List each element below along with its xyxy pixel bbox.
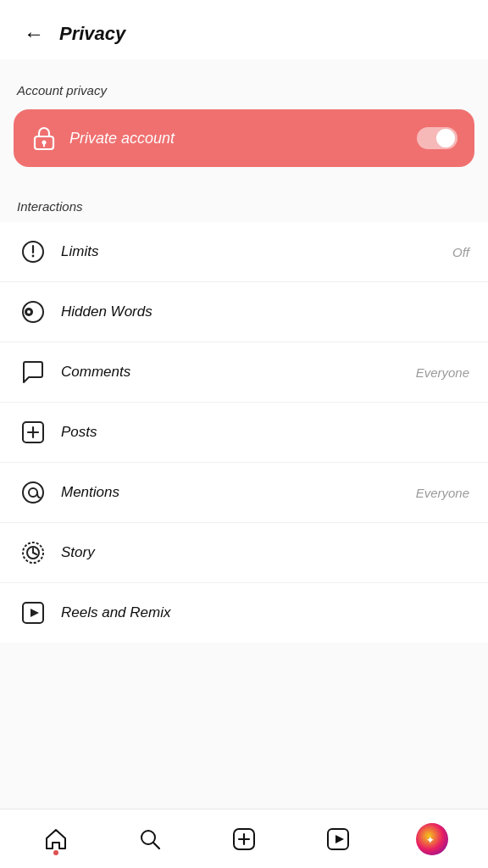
svg-point-12 <box>23 482 43 503</box>
home-nav-dot <box>53 850 58 855</box>
account-privacy-section: Account privacy Private account <box>0 68 488 167</box>
menu-item-limits-left: Limits <box>19 237 98 266</box>
menu-item-posts[interactable]: Posts <box>0 403 488 463</box>
story-label: Story <box>61 544 95 561</box>
svg-line-21 <box>153 843 159 849</box>
menu-item-hidden-words[interactable]: Hidden Words <box>0 282 488 342</box>
menu-item-story-left: Story <box>19 538 95 567</box>
interactions-list: Limits Off Hidden Wor <box>0 222 488 643</box>
menu-item-limits[interactable]: Limits Off <box>0 222 488 282</box>
menu-item-reels-remix-left: Reels and Remix <box>19 598 170 627</box>
nav-home[interactable] <box>35 818 77 860</box>
mentions-value: Everyone <box>416 486 469 500</box>
menu-item-comments-left: Comments <box>19 358 130 387</box>
page-title: Privacy <box>59 23 125 45</box>
menu-item-posts-left: Posts <box>19 418 97 447</box>
svg-point-5 <box>32 255 35 258</box>
mentions-label: Mentions <box>61 484 119 501</box>
menu-item-reels-remix[interactable]: Reels and Remix <box>0 583 488 643</box>
privacy-page: ← Privacy Account privacy Pri <box>0 0 488 868</box>
menu-item-story[interactable]: Story <box>0 523 488 583</box>
bottom-nav: ✦ <box>0 809 488 868</box>
mentions-icon <box>19 478 47 507</box>
private-account-left: Private account <box>30 125 175 152</box>
reels-remix-icon <box>19 598 47 627</box>
menu-item-comments[interactable]: Comments Everyone <box>0 342 488 403</box>
hidden-words-icon <box>19 298 47 326</box>
comments-label: Comments <box>61 364 130 381</box>
home-icon <box>44 827 68 851</box>
nav-reels[interactable] <box>317 818 359 860</box>
interactions-section: Interactions Limits Of <box>0 184 488 643</box>
lock-icon <box>30 125 58 152</box>
content-area: Account privacy Private account <box>0 59 488 809</box>
private-account-toggle[interactable] <box>417 127 458 149</box>
hidden-words-label: Hidden Words <box>61 303 152 320</box>
nav-search[interactable] <box>129 818 171 860</box>
svg-point-13 <box>29 488 37 497</box>
svg-point-8 <box>27 310 30 314</box>
back-arrow-icon: ← <box>24 22 44 46</box>
reels-nav-icon <box>326 827 350 851</box>
toggle-thumb <box>436 129 455 147</box>
account-privacy-label: Account privacy <box>0 68 488 106</box>
svg-text:✦: ✦ <box>426 835 434 845</box>
limits-label: Limits <box>61 243 98 260</box>
private-account-text: Private account <box>69 130 175 147</box>
menu-item-mentions-left: Mentions <box>19 478 119 507</box>
profile-avatar: ✦ <box>416 823 448 855</box>
limits-icon <box>19 237 47 266</box>
svg-marker-26 <box>336 835 344 843</box>
search-nav-icon <box>138 827 162 851</box>
menu-item-hidden-words-left: Hidden Words <box>19 298 152 326</box>
private-account-card[interactable]: Private account <box>14 109 474 167</box>
menu-item-mentions[interactable]: Mentions Everyone <box>0 463 488 523</box>
header: ← Privacy <box>0 0 488 59</box>
back-button[interactable]: ← <box>17 17 51 51</box>
reels-remix-label: Reels and Remix <box>61 604 170 621</box>
comments-icon <box>19 358 47 387</box>
interactions-label: Interactions <box>0 184 488 222</box>
story-icon <box>19 538 47 567</box>
nav-profile[interactable]: ✦ <box>411 818 453 860</box>
posts-label: Posts <box>61 424 97 441</box>
posts-icon <box>19 418 47 447</box>
svg-line-17 <box>33 553 36 554</box>
add-nav-icon <box>232 827 256 851</box>
limits-value: Off <box>452 245 469 259</box>
nav-add[interactable] <box>223 818 265 860</box>
svg-marker-19 <box>30 609 39 617</box>
comments-value: Everyone <box>416 365 469 380</box>
